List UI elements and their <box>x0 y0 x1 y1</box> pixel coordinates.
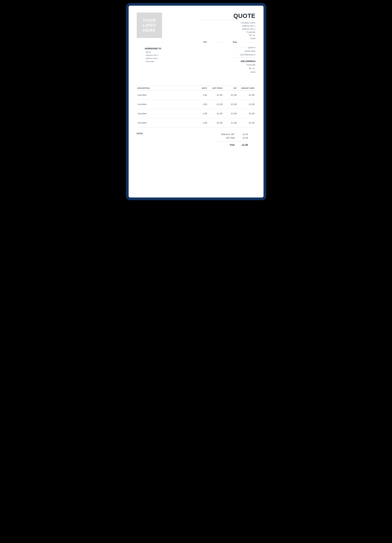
column-unit-price: UNIT PRICE <box>208 86 223 90</box>
table-row: Line item1.00£1.00£1.00£1.00 <box>137 109 255 118</box>
notes-underline <box>137 136 144 136</box>
item-amount: £1.00 <box>237 90 255 100</box>
quote-meta-block: Quote # Quote Date Job Reference # JOB A… <box>234 46 255 74</box>
quote-number-label: Quote # <box>248 46 255 49</box>
company-postcode: Postcode <box>202 31 255 34</box>
logo-text-line2: LOGO <box>143 23 156 28</box>
job-address-heading: JOB ADDRESS <box>234 60 255 63</box>
item-vat: £1.00 <box>223 90 238 100</box>
document-title: QUOTE <box>202 12 255 19</box>
logo-placeholder: YOUR LOGO HERE <box>137 12 162 38</box>
vat-total-label: VAT Total <box>214 137 235 139</box>
total-excl-vat-value: £1.00 <box>239 133 248 136</box>
item-vat: £1.00 <box>223 100 238 109</box>
table-row: Line item1.00£1.00£1.00£1.00 <box>137 90 255 100</box>
item-amount: £1.00 <box>237 100 255 109</box>
reg-field-line <box>246 42 254 43</box>
totals-block: Total excl. VAT £1.00 VAT Total £1.00 To… <box>214 132 255 147</box>
company-block: QUOTE Company name Address line 1 Addres… <box>202 12 255 43</box>
item-units: 1.00 <box>196 100 208 109</box>
addressed-to-block: ADDRESSED TO Name Address line 1 Address… <box>145 47 161 63</box>
title-rule <box>202 20 255 20</box>
job-reference-label: Job Reference # <box>240 53 255 56</box>
recipient-address-line-2: Address line 2 <box>146 57 161 60</box>
reg-label: Reg: <box>233 41 237 43</box>
company-email: email <box>202 37 255 40</box>
item-amount: £1.00 <box>237 109 255 118</box>
item-unit-price: £1.00 <box>208 118 223 127</box>
table-row: Line item1.00£1.00£1.00£1.00 <box>137 118 255 127</box>
quote-date-label: Quote Date <box>245 50 255 52</box>
recipient-postcode: Postcode <box>146 60 161 63</box>
job-tel: Tel. no. <box>234 67 255 70</box>
recipient-address-line-1: Address line 1 <box>146 54 161 57</box>
quote-page: YOUR LOGO HERE QUOTE Company name Addres… <box>126 3 266 200</box>
item-unit-price: £1.00 <box>208 109 223 118</box>
company-address-line-1: Address line 1 <box>202 24 255 28</box>
total-excl-vat-label: Total excl. VAT <box>214 133 235 136</box>
company-address-line-2: Address line 2 <box>202 28 255 31</box>
notes-heading: NOTES <box>137 132 144 135</box>
column-amount: AMOUNT (GBP) <box>237 86 255 90</box>
company-name: Company name <box>202 21 255 24</box>
column-units: UNITS <box>196 86 208 90</box>
company-tel: Tel. no. <box>202 34 255 37</box>
job-email: email <box>234 70 255 74</box>
item-description: Line item <box>137 109 196 118</box>
line-items-table: DESCRIPTION UNITS UNIT PRICE VAT AMOUNT … <box>137 86 255 127</box>
vat-total-value: £1.00 <box>239 137 248 139</box>
vat-label: VAT: <box>203 41 207 43</box>
grand-total-label: Total <box>214 144 235 146</box>
item-unit-price: £1.00 <box>208 90 223 100</box>
notes-block: NOTES <box>137 132 144 136</box>
item-description: Line item <box>137 118 196 127</box>
item-units: 1.00 <box>196 109 208 118</box>
vat-field-line <box>216 42 225 43</box>
table-header-row: DESCRIPTION UNITS UNIT PRICE VAT AMOUNT … <box>137 86 255 90</box>
addressed-to-heading: ADDRESSED TO <box>145 47 161 50</box>
item-vat: £1.00 <box>223 118 238 127</box>
item-unit-price: £1.00 <box>208 100 223 109</box>
column-vat: VAT <box>223 86 238 90</box>
logo-text-line3: HERE <box>143 28 156 33</box>
item-units: 1.00 <box>196 118 208 127</box>
column-description: DESCRIPTION <box>137 86 196 90</box>
item-units: 1.00 <box>196 90 208 100</box>
job-postcode: Postcode <box>234 63 255 67</box>
table-row: Line item1.00£1.00£1.00£1.00 <box>137 100 255 109</box>
logo-text-line1: YOUR <box>143 18 156 23</box>
item-description: Line item <box>137 100 196 109</box>
grand-total-value: £1.00 <box>239 144 248 146</box>
item-description: Line item <box>137 90 196 100</box>
item-vat: £1.00 <box>223 109 238 118</box>
item-amount: £1.00 <box>237 118 255 127</box>
recipient-name: Name <box>146 51 161 54</box>
